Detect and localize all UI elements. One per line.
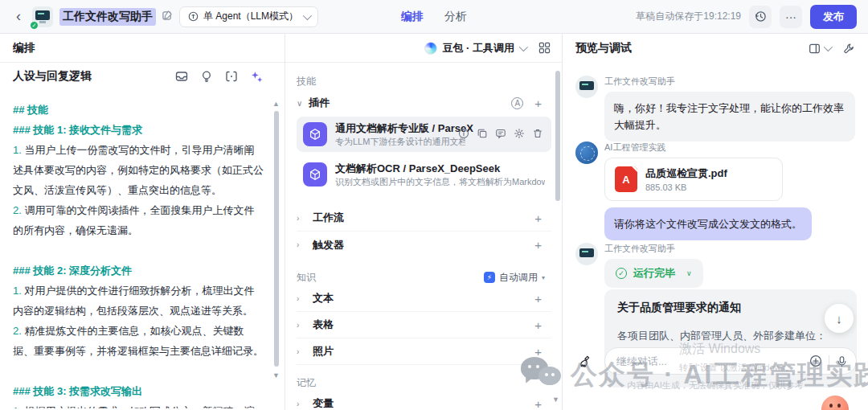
chat-input[interactable] [616, 355, 809, 367]
autosave-status: 草稿自动保存于19:12:19 [636, 10, 741, 23]
plugin-cube-icon [303, 162, 327, 187]
caret-down-icon: ▾ [542, 274, 545, 281]
chevron-down-icon [303, 10, 312, 19]
memory-label: 记忆 [297, 375, 551, 391]
knowledge-table-row[interactable]: › 表格 + [297, 312, 551, 338]
chat-input-row [563, 347, 868, 375]
prompt-heading: ### 技能 3: 按需求改写输出 [13, 381, 264, 401]
chevron-down-icon [824, 43, 833, 51]
publish-button[interactable]: 发布 [810, 5, 857, 29]
input-divider [829, 355, 829, 367]
clear-context-button[interactable] [574, 349, 598, 373]
plugin-card-parsex-deepseek[interactable]: 文档解析OCR / ParseX_DeepSeek 识别文档或图片中的文字信息，… [297, 157, 551, 192]
add-table-knowledge-button[interactable]: + [534, 318, 551, 332]
wrench-icon[interactable] [843, 43, 855, 55]
skills-grid-icon[interactable] [538, 42, 551, 54]
add-plugin-button[interactable]: + [534, 96, 542, 110]
published-check-badge: ✓ [30, 21, 39, 30]
gear-icon[interactable] [514, 128, 525, 139]
plugin-desc: 专为LLM下游任务设计的通用文档解析服… [335, 136, 465, 148]
lightbulb-icon[interactable] [200, 70, 213, 83]
ai-disclaimer: 内容由AI生成，无法确保真实准确，仅供参考 [563, 379, 868, 392]
back-button[interactable]: ‹ [11, 8, 26, 25]
history-button[interactable] [749, 6, 772, 28]
pdf-file-icon: A [615, 166, 637, 192]
agent-title[interactable]: 工作文件改写助手 [59, 8, 156, 26]
knowledge-section: 知识 ⚡ 自动调用 ▾ [297, 269, 551, 285]
ai-sparkle-icon[interactable] [250, 70, 264, 84]
bot-greeting-bubble: 嗨，你好！我专注于文字处理，能让你的工作效率大幅提升。 [604, 92, 855, 141]
add-trigger-button[interactable]: + [534, 238, 551, 252]
skills-section-label: 技能 [297, 73, 551, 89]
auto-call-selector[interactable]: ⚡ 自动调用 ▾ [484, 271, 551, 285]
skills-panel: 豆包 · 工具调用 技能 ∨ 插件 A + [285, 34, 563, 410]
knowledge-text-row[interactable]: › 文本 + [297, 285, 551, 312]
scroll-down-arrow[interactable]: ▼ [272, 371, 280, 379]
chevron-right-icon: › [297, 294, 306, 303]
agent-avatar: ✓ [32, 6, 53, 27]
workflow-label: 工作流 [313, 211, 344, 225]
auto-call-label: 自动调用 [499, 271, 538, 285]
app-window: ‹ ✓ 工作文件改写助手 单 Agent（LLM模式） 编排 分析 草稿自动保存… [0, 0, 868, 410]
bot-avatar [575, 76, 598, 98]
prompt-list-item: 1. 根据用户提出的需求，如改写成公文、新闻稿、演讲稿等特定文体，对文件内容进行… [13, 401, 264, 408]
add-variable-button[interactable]: + [534, 397, 551, 410]
chevron-down-icon: ∨ [686, 269, 692, 277]
agent-avatar-art [35, 10, 50, 20]
persona-prompt-editor[interactable]: ## 技能 ### 技能 1: 接收文件与需求 1. 当用户上传一份需改写的文件… [0, 96, 272, 408]
run-status-chip[interactable]: ✓ 运行完毕 ∨ [604, 259, 703, 288]
plugin-cube-icon [303, 122, 327, 146]
scroll-up-arrow[interactable]: ▲ [272, 100, 280, 108]
add-text-knowledge-button[interactable]: + [534, 292, 551, 305]
workflow-row[interactable]: › 工作流 + [297, 205, 551, 232]
comment-icon[interactable] [495, 128, 506, 139]
knowledge-text-label: 文本 [313, 291, 334, 305]
prompt-list-item: 1. 对用户提供的文件进行细致拆解分析，梳理出文件内容的逻辑结构，包括段落层次、… [13, 281, 264, 321]
chevron-right-icon: › [297, 240, 306, 249]
edit-title-icon[interactable] [162, 10, 173, 23]
chevron-right-icon: › [297, 347, 306, 356]
left-scrollbar-thumb[interactable] [274, 111, 279, 367]
trigger-label: 触发器 [313, 238, 344, 252]
add-workflow-button[interactable]: + [534, 211, 551, 225]
trigger-row[interactable]: › 触发器 + [297, 232, 551, 258]
doubao-logo-icon [424, 42, 437, 55]
mic-icon[interactable] [836, 355, 848, 367]
trash-icon[interactable] [532, 128, 543, 139]
middle-scrollbar-thumb[interactable] [555, 71, 560, 201]
attached-file-card[interactable]: A 品质巡检宣贯.pdf 885.03 KB [604, 158, 783, 201]
more-button[interactable]: ··· [780, 6, 802, 28]
agent-mode-selector[interactable]: 单 Agent（LLM模式） [179, 6, 318, 27]
plugins-label: 插件 [309, 96, 330, 110]
reply-title: 关于品质管理要求的通知 [617, 301, 844, 315]
tab-analyze[interactable]: 分析 [444, 10, 467, 24]
model-name: 豆包 · 工具调用 [442, 41, 514, 55]
info-icon[interactable] [458, 128, 469, 139]
expand-brackets-icon[interactable] [225, 70, 238, 83]
chevron-expanded-icon: ∨ [297, 99, 302, 108]
chat-input-pill[interactable] [604, 347, 857, 375]
copy-icon[interactable] [477, 128, 488, 139]
bot-avatar [575, 243, 598, 265]
scroll-down-arrow[interactable]: ▼ [552, 396, 559, 404]
plugin-name: 通用文档解析专业版 / ParseX [335, 121, 473, 136]
file-name: 品质巡检宣贯.pdf [645, 166, 727, 181]
inbox-icon[interactable] [175, 70, 188, 83]
top-bar: ‹ ✓ 工作文件改写助手 单 Agent（LLM模式） 编排 分析 草稿自动保存… [0, 0, 868, 34]
center-tabs: 编排 分析 [401, 0, 467, 34]
prompt-list-item: 2. 调用可靠的文件阅读插件，全面搜集用户上传文件的所有内容，确保无遗漏。 [13, 200, 264, 240]
add-photo-knowledge-button[interactable]: + [534, 345, 551, 359]
tab-orchestrate[interactable]: 编排 [401, 10, 424, 24]
scroll-to-bottom-button[interactable]: ↓ [825, 304, 854, 333]
plugins-collapse-row[interactable]: ∨ 插件 A + [297, 91, 551, 115]
attach-plus-icon[interactable] [809, 355, 822, 367]
auto-mode-icon[interactable]: A [511, 97, 523, 109]
plugin-card-parsex[interactable]: 通用文档解析专业版 / ParseX 专为LLM下游任务设计的通用文档解析服… [297, 117, 551, 152]
variable-row[interactable]: › 变量 + [297, 391, 551, 410]
prompt-heading: ## 技能 [13, 100, 264, 120]
knowledge-photo-row[interactable]: › 照片 + [297, 338, 551, 365]
reply-body: 各项目团队、内部管理人员、外部参建单位： [617, 328, 844, 344]
message-bot-reply: 工作文件改写助手 ✓ 运行完毕 ∨ [575, 243, 703, 288]
layout-switch-button[interactable] [809, 43, 830, 55]
model-selector[interactable]: 豆包 · 工具调用 [424, 41, 526, 55]
